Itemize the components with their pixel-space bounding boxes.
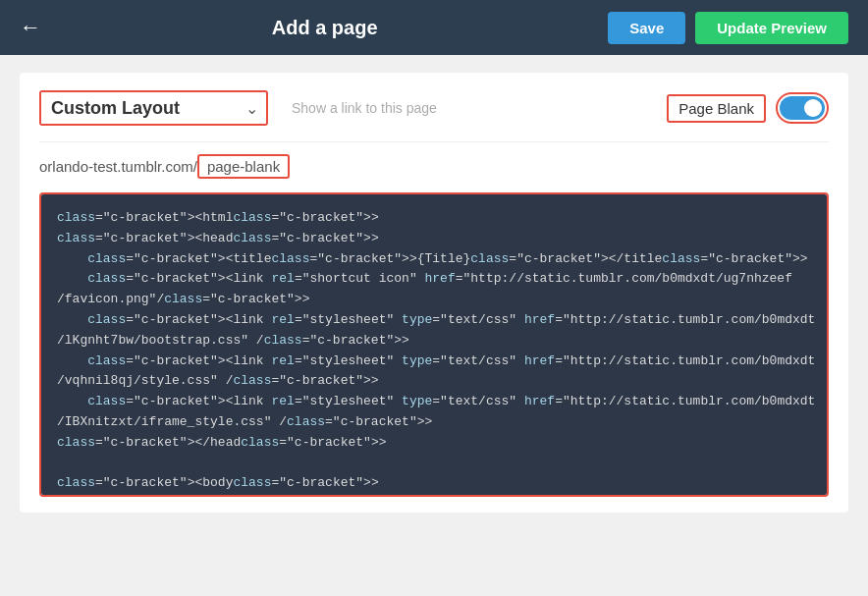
code-line: class="c-bracket"><headclass="c-bracket"… [57, 229, 811, 249]
code-line: /lKgnht7bw/bootstrap.css" /class="c-brac… [57, 331, 811, 352]
code-line: class="c-bracket"><link rel="shortcut ic… [57, 269, 811, 290]
back-button[interactable]: ← [20, 15, 41, 40]
layout-select-wrapper[interactable]: Custom Layout Default Layout ⌄ [39, 90, 268, 126]
code-editor[interactable]: class="c-bracket"><htmlclass="c-bracket"… [39, 192, 829, 497]
url-slug[interactable]: page-blank [197, 154, 290, 179]
code-line: class="c-bracket"><link rel="stylesheet"… [57, 310, 811, 331]
code-line: /IBXnitzxt/iframe_style.css" /class="c-b… [57, 412, 811, 433]
main-content: Custom Layout Default Layout ⌄ Show a li… [0, 55, 868, 530]
card-top-row: Custom Layout Default Layout ⌄ Show a li… [39, 90, 829, 126]
header: ← Add a page Save Update Preview [0, 0, 868, 55]
code-line: /vqhnil8qj/style.css" /class="c-bracket"… [57, 371, 811, 392]
page-blank-label: Page Blank [667, 94, 766, 123]
page-blank-section: Page Blank [667, 92, 829, 124]
code-line: /favicon.png"/class="c-bracket">> [57, 290, 811, 310]
code-line: class="c-bracket"><link rel="stylesheet"… [57, 352, 811, 372]
url-base-text: orlando-test.tumblr.com/ [39, 158, 197, 175]
code-line: class="c-bracket"><bodyclass="c-bracket"… [57, 473, 811, 494]
page-title: Add a page [41, 17, 608, 39]
show-link-label: Show a link to this page [268, 99, 667, 117]
code-line: class="c-bracket"><htmlclass="c-bracket"… [57, 208, 811, 229]
code-line: class="c-bracket"></headclass="c-bracket… [57, 433, 811, 454]
toggle-slider [780, 96, 825, 120]
code-line: class="c-bracket"><link rel="stylesheet"… [57, 392, 811, 412]
toggle-wrapper[interactable] [776, 92, 829, 124]
code-line: class="c-bracket"><titleclass="c-bracket… [57, 249, 811, 270]
header-actions: Save Update Preview [608, 12, 848, 44]
page-settings-card: Custom Layout Default Layout ⌄ Show a li… [20, 73, 848, 513]
update-preview-button[interactable]: Update Preview [695, 12, 848, 44]
code-line: class="c-bracket"><div class="ct-special… [57, 494, 811, 497]
dropdown-arrow-icon: ⌄ [238, 99, 266, 118]
code-line [57, 454, 811, 474]
page-blank-toggle[interactable] [780, 96, 825, 120]
url-row: orlando-test.tumblr.com/ page-blank [39, 141, 829, 179]
layout-dropdown[interactable]: Custom Layout Default Layout [41, 92, 238, 124]
save-button[interactable]: Save [608, 12, 685, 44]
